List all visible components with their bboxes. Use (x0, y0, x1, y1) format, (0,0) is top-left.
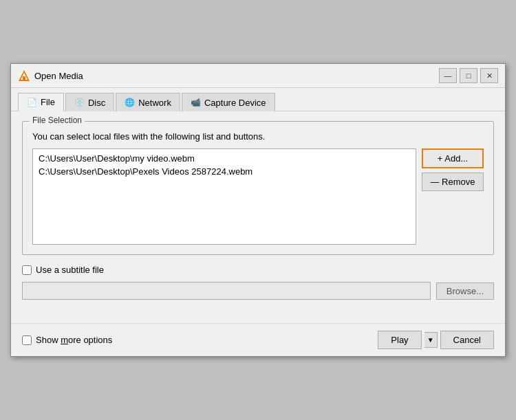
window-title: Open Media (34, 71, 83, 81)
tab-disc-label: Disc (88, 98, 105, 108)
vlc-icon (18, 69, 30, 82)
add-button[interactable]: + Add... (422, 148, 484, 168)
group-description: You can select local files with the foll… (32, 131, 484, 142)
file-list[interactable]: C:\Users\User\Desktop\my video.webm C:\U… (32, 148, 416, 245)
tab-file-label: File (41, 97, 55, 107)
tab-disc[interactable]: 💿 Disc (65, 93, 114, 111)
play-dropdown-button[interactable]: ▼ (424, 332, 438, 348)
remove-button[interactable]: — Remove (422, 173, 484, 191)
svg-rect-2 (23, 76, 25, 80)
tab-capture-label: Capture Device (204, 98, 266, 108)
tab-file[interactable]: 📄 File (18, 93, 64, 111)
maximize-button[interactable]: □ (460, 68, 477, 83)
subtitle-input[interactable] (22, 282, 431, 300)
main-content: File Selection You can select local file… (11, 111, 505, 309)
tabs-bar: 📄 File 💿 Disc 🌐 Network 📹 Capture Device (11, 88, 505, 111)
tab-capture[interactable]: 📹 Capture Device (182, 93, 275, 111)
tab-network-label: Network (138, 98, 171, 108)
subtitle-checkbox-row: Use a subtitle file (22, 265, 494, 275)
capture-tab-icon: 📹 (191, 98, 201, 107)
disc-tab-icon: 💿 (74, 98, 85, 107)
show-more-label[interactable]: Show more options (22, 335, 112, 345)
group-label: File Selection (30, 115, 85, 125)
subtitle-checkbox[interactable] (22, 265, 32, 275)
play-button[interactable]: Play (378, 331, 421, 349)
cancel-button[interactable]: Cancel (440, 331, 494, 349)
file-action-buttons: + Add... — Remove (422, 148, 484, 191)
subtitle-label-text: Use a subtitle file (36, 265, 104, 275)
minimize-button[interactable]: — (439, 68, 457, 83)
list-item[interactable]: C:\Users\User\Desktop\Pexels Videos 2587… (36, 165, 413, 178)
file-selection-group: File Selection You can select local file… (22, 121, 494, 255)
title-bar: Open Media — □ ✕ (11, 64, 505, 88)
subtitle-checkbox-label[interactable]: Use a subtitle file (22, 265, 104, 275)
subtitle-browse-row: Browse... (22, 282, 494, 300)
browse-button[interactable]: Browse... (436, 283, 494, 300)
network-tab-icon: 🌐 (125, 98, 135, 107)
show-more-checkbox[interactable] (22, 335, 32, 345)
tab-network[interactable]: 🌐 Network (116, 93, 180, 111)
file-tab-icon: 📄 (27, 98, 37, 107)
open-media-window: Open Media — □ ✕ 📄 File 💿 Disc 🌐 Network… (10, 63, 506, 357)
title-bar-left: Open Media (18, 69, 83, 82)
window-controls: — □ ✕ (439, 68, 498, 83)
bottom-bar: Show more options Play ▼ Cancel (11, 323, 505, 356)
list-item[interactable]: C:\Users\User\Desktop\my video.webm (36, 152, 413, 165)
bottom-right-buttons: Play ▼ Cancel (378, 331, 494, 349)
file-area: C:\Users\User\Desktop\my video.webm C:\U… (32, 148, 484, 245)
close-button[interactable]: ✕ (480, 68, 498, 83)
show-more-text: Show more options (36, 335, 112, 345)
